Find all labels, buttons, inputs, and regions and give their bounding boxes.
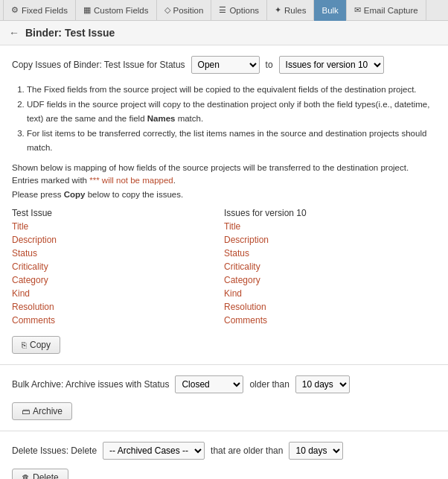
back-button[interactable]: ← bbox=[9, 27, 19, 39]
older-than-label-delete: that are older than bbox=[211, 445, 283, 456]
mapping-row-status: Status Status bbox=[12, 247, 436, 260]
mapping-target-criticality: Criticality bbox=[224, 260, 436, 273]
archive-section: Bulk Archive: Archive issues with Status… bbox=[0, 365, 448, 431]
mapping-target-resolution: Resolution bbox=[224, 300, 436, 314]
mapping-source-criticality: Criticality bbox=[12, 260, 224, 273]
copy-section: Copy Issues of Binder: Test Issue for St… bbox=[0, 45, 448, 365]
mapping-source-category: Category bbox=[12, 273, 224, 287]
copy-target-select[interactable]: Issues for version 10 Issues for version… bbox=[279, 56, 384, 74]
mapping-target-kind: Kind bbox=[224, 287, 436, 300]
options-icon: ☰ bbox=[219, 5, 226, 15]
shown-below-text: Shown below is mapping of how fields of … bbox=[12, 162, 436, 188]
mapping-target-status: Status bbox=[224, 247, 436, 260]
archive-days-select[interactable]: 10 days 30 days 60 days 90 days bbox=[295, 375, 350, 393]
tab-email-capture[interactable]: ✉ Email Capture bbox=[347, 0, 426, 21]
tab-fixed-fields[interactable]: ⚙ Fixed Fields bbox=[3, 0, 76, 21]
mapping-source-kind: Kind bbox=[12, 287, 224, 300]
page-title: Binder: Test Issue bbox=[25, 27, 115, 39]
archive-button[interactable]: 🗃 Archive bbox=[12, 402, 72, 420]
to-label: to bbox=[266, 60, 273, 70]
fixed-fields-icon: ⚙ bbox=[11, 5, 19, 15]
instruction-1: The Fixed fields from the source project… bbox=[27, 83, 436, 96]
mapping-row-comments: Comments Comments bbox=[12, 314, 436, 327]
main-content: Copy Issues of Binder: Test Issue for St… bbox=[0, 45, 448, 479]
mapping-source-title: Title bbox=[12, 220, 224, 233]
mapping-source-resolution: Resolution bbox=[12, 300, 224, 314]
mapping-source-comments: Comments bbox=[12, 314, 224, 327]
mapping-row-kind: Kind Kind bbox=[12, 287, 436, 300]
tab-custom-fields[interactable]: ▦ Custom Fields bbox=[76, 0, 157, 21]
mapping-row-criticality: Criticality Criticality bbox=[12, 260, 436, 273]
copy-issues-label: Copy Issues of Binder: Test Issue for St… bbox=[12, 60, 185, 70]
tab-bulk[interactable]: Bulk bbox=[314, 0, 346, 21]
position-icon: ◇ bbox=[164, 5, 170, 15]
delete-label: Delete Issues: Delete bbox=[12, 445, 97, 456]
archive-status-select[interactable]: Closed Open In Progress bbox=[175, 375, 243, 393]
email-icon: ✉ bbox=[354, 5, 361, 15]
copy-status-select[interactable]: Open Closed In Progress bbox=[191, 56, 260, 74]
mapping-source-description: Description bbox=[12, 233, 224, 247]
instruction-3: For list items to be transferred correct… bbox=[27, 127, 436, 154]
tab-position[interactable]: ◇ Position bbox=[157, 0, 212, 21]
archive-label: Bulk Archive: Archive issues with Status bbox=[12, 379, 169, 390]
delete-type-select[interactable]: -- Archived Cases -- All Issues bbox=[103, 442, 205, 460]
archive-icon: 🗃 bbox=[22, 407, 30, 416]
mapping-row-resolution: Resolution Resolution bbox=[12, 300, 436, 314]
delete-section: Delete Issues: Delete -- Archived Cases … bbox=[0, 431, 448, 479]
tab-rules[interactable]: ✦ Rules bbox=[267, 0, 314, 21]
copy-button[interactable]: ⎘ Copy bbox=[12, 336, 60, 354]
mapping-target-description: Description bbox=[224, 233, 436, 247]
delete-row: Delete Issues: Delete -- Archived Cases … bbox=[12, 442, 436, 460]
older-than-label-archive: older than bbox=[249, 379, 289, 390]
mapping-header-row: Test Issue Issues for version 10 bbox=[12, 206, 436, 220]
mapping-source-status: Status bbox=[12, 247, 224, 260]
page-header: ← Binder: Test Issue bbox=[0, 21, 448, 45]
mapping-row-category: Category Category bbox=[12, 273, 436, 287]
custom-fields-icon: ▦ bbox=[83, 5, 91, 15]
copy-icon: ⎘ bbox=[22, 340, 27, 349]
mapping-row-title: Title Title bbox=[12, 220, 436, 233]
bulk-archive-row: Bulk Archive: Archive issues with Status… bbox=[12, 375, 436, 393]
mapping-row-description: Description Description bbox=[12, 233, 436, 247]
mapping-header-source: Test Issue bbox=[12, 206, 224, 220]
mapping-header-target: Issues for version 10 bbox=[224, 206, 436, 220]
mapping-target-comments: Comments bbox=[224, 314, 436, 327]
press-copy-text: Please press Copy below to copy the issu… bbox=[12, 190, 436, 199]
rules-icon: ✦ bbox=[275, 5, 281, 15]
instructions: The Fixed fields from the source project… bbox=[12, 83, 436, 154]
delete-button[interactable]: 🗑 Delete bbox=[12, 469, 68, 479]
tab-options[interactable]: ☰ Options bbox=[211, 0, 267, 21]
delete-icon: 🗑 bbox=[22, 473, 30, 479]
mapping-target-title: Title bbox=[224, 220, 436, 233]
copy-issues-row: Copy Issues of Binder: Test Issue for St… bbox=[12, 56, 436, 74]
mapping-target-category: Category bbox=[224, 273, 436, 287]
mapping-table: Test Issue Issues for version 10 Title T… bbox=[12, 206, 436, 327]
delete-days-select[interactable]: 10 days 30 days 60 days 90 days bbox=[289, 442, 343, 460]
instruction-2: UDF fields in the source project will co… bbox=[27, 98, 436, 125]
tab-bar: ⚙ Fixed Fields ▦ Custom Fields ◇ Positio… bbox=[0, 0, 448, 21]
